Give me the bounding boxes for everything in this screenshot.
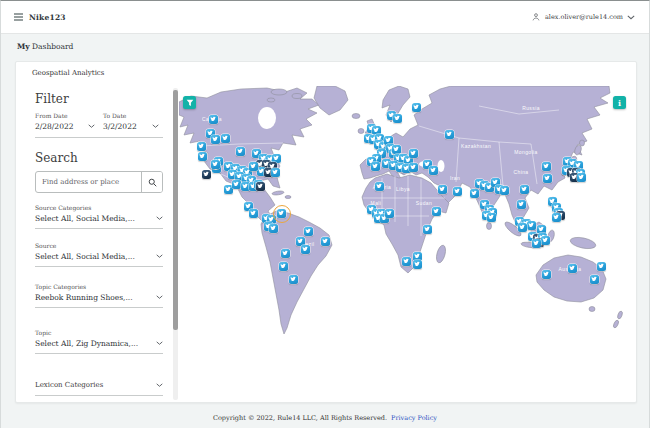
- page-footer: Copyright © 2022, Rule14 LLC, All Rights…: [1, 414, 649, 422]
- map-marker[interactable]: [211, 160, 220, 169]
- map-marker[interactable]: [597, 262, 606, 271]
- twitter-bird-icon: [222, 135, 228, 141]
- topic-categories-select[interactable]: Topic Categories Reebok Running Shoes,..…: [35, 283, 163, 308]
- map-marker[interactable]: [269, 224, 278, 233]
- twitter-bird-icon: [242, 183, 248, 189]
- map-marker[interactable]: [393, 114, 402, 123]
- map-info-button[interactable]: i: [613, 96, 626, 109]
- map-marker[interactable]: [487, 213, 496, 222]
- topic-select[interactable]: Topic Select All, Zig Dynamica,...: [35, 329, 163, 354]
- map-marker[interactable]: [409, 163, 418, 172]
- twitter-bird-icon: [446, 131, 452, 137]
- map-marker[interactable]: [532, 239, 541, 248]
- twitter-bird-icon: [250, 163, 256, 169]
- map-marker[interactable]: [518, 223, 527, 232]
- map-marker[interactable]: [542, 162, 551, 171]
- map-marker[interactable]: [402, 257, 411, 266]
- map-marker[interactable]: [256, 182, 265, 191]
- to-date-select[interactable]: To Date 3/2/2022: [103, 112, 159, 131]
- source-select[interactable]: Source Select All, Social Media,...: [35, 242, 163, 267]
- chevron-down-icon: [156, 216, 163, 221]
- map-marker[interactable]: [590, 275, 599, 284]
- map-marker[interactable]: [202, 170, 211, 179]
- twitter-bird-icon: [528, 222, 534, 228]
- map-marker[interactable]: [304, 227, 313, 236]
- map-marker[interactable]: [542, 270, 551, 279]
- twitter-bird-icon: [538, 226, 544, 232]
- map-marker[interactable]: [438, 185, 447, 194]
- map-marker[interactable]: [423, 225, 432, 234]
- map-marker[interactable]: [470, 189, 479, 198]
- twitter-bird-icon: [210, 116, 216, 122]
- search-button[interactable]: [141, 172, 162, 192]
- twitter-bird-icon: [290, 276, 296, 282]
- twitter-bird-icon: [225, 186, 231, 192]
- map-marker[interactable]: [209, 115, 218, 124]
- map-marker[interactable]: [409, 149, 418, 158]
- twitter-bird-icon: [533, 240, 539, 246]
- map-marker[interactable]: [527, 221, 536, 230]
- map-marker[interactable]: [429, 166, 438, 175]
- map-marker[interactable]: [413, 260, 422, 269]
- map-marker[interactable]: [541, 236, 550, 245]
- map-marker[interactable]: [279, 262, 288, 271]
- map-marker[interactable]: [385, 209, 394, 218]
- chevron-down-icon: [627, 15, 635, 20]
- menu-hamburger-icon[interactable]: [14, 13, 23, 21]
- twitter-bird-icon: [430, 167, 436, 173]
- map-marker[interactable]: [232, 180, 241, 189]
- map-marker[interactable]: [249, 209, 258, 218]
- twitter-bird-icon: [542, 237, 548, 243]
- map-filter-button[interactable]: [183, 96, 196, 109]
- map-marker[interactable]: [543, 174, 552, 183]
- map-marker[interactable]: [198, 152, 207, 161]
- source-categories-label: Source Categories: [35, 204, 163, 211]
- twitter-bird-icon: [394, 115, 400, 121]
- twitter-bird-icon: [410, 164, 416, 170]
- twitter-bird-icon: [305, 228, 311, 234]
- twitter-bird-icon: [376, 183, 382, 189]
- from-date-label: From Date: [35, 112, 95, 119]
- map-marker[interactable]: [453, 187, 462, 196]
- map-marker[interactable]: [289, 275, 298, 284]
- privacy-policy-link[interactable]: Privacy Policy: [391, 414, 437, 422]
- map-marker[interactable]: [301, 245, 310, 254]
- world-map[interactable]: CanadaRussiaKazakhstanMongoliaChinaIranA…: [179, 86, 627, 399]
- map-marker[interactable]: [520, 185, 529, 194]
- map-marker[interactable]: [197, 142, 206, 151]
- copyright-text: Copyright © 2022, Rule14 LLC, All Rights…: [213, 414, 387, 422]
- from-date-select[interactable]: From Date 2/28/2022: [35, 112, 95, 131]
- sidebar-scrollbar[interactable]: [173, 88, 178, 400]
- map-marker[interactable]: [517, 200, 526, 209]
- topic-categories-value: Reebok Running Shoes,...: [35, 293, 133, 302]
- map-marker[interactable]: [221, 134, 230, 143]
- twitter-bird-icon: [322, 238, 328, 244]
- map-marker[interactable]: [445, 130, 454, 139]
- map-marker[interactable]: [375, 182, 384, 191]
- source-categories-select[interactable]: Source Categories Select All, Social Med…: [35, 204, 163, 229]
- sidebar-scrollbar-thumb[interactable]: [173, 90, 178, 330]
- map-marker[interactable]: [392, 145, 401, 154]
- map-marker[interactable]: [500, 186, 509, 195]
- twitter-bird-icon: [212, 161, 218, 167]
- map-marker[interactable]: [552, 213, 561, 222]
- twitter-bird-icon: [519, 224, 525, 230]
- map-marker[interactable]: [249, 162, 258, 171]
- map-marker[interactable]: [236, 147, 245, 156]
- map-marker[interactable]: [568, 264, 577, 273]
- user-menu[interactable]: alex.oliver@rule14.com: [531, 1, 635, 33]
- twitter-bird-icon: [488, 214, 494, 220]
- search-input[interactable]: [36, 172, 141, 192]
- map-marker[interactable]: [277, 209, 286, 218]
- map-marker[interactable]: [432, 207, 441, 216]
- twitter-bird-icon: [414, 253, 420, 259]
- map-marker[interactable]: [281, 249, 290, 258]
- map-marker[interactable]: [321, 237, 330, 246]
- lexicon-categories-accordion[interactable]: Lexicon Categories: [35, 381, 163, 396]
- map-marker[interactable]: [412, 103, 421, 112]
- map-marker[interactable]: [371, 162, 380, 171]
- twitter-bird-icon: [410, 150, 416, 156]
- map-marker[interactable]: [577, 173, 586, 182]
- map-marker[interactable]: [271, 168, 280, 177]
- map-marker[interactable]: [211, 135, 220, 144]
